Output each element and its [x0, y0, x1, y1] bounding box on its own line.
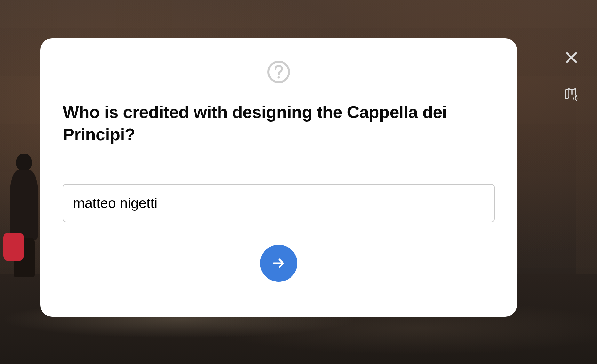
question-text: Who is credited with designing the Cappe… — [63, 101, 495, 146]
red-bag — [3, 233, 24, 261]
audio-guide-button[interactable] — [563, 86, 579, 102]
svg-point-0 — [278, 76, 280, 79]
close-button[interactable] — [563, 50, 579, 66]
map-audio-icon — [564, 87, 578, 101]
close-icon — [566, 52, 577, 63]
arrow-right-icon — [271, 256, 286, 271]
quiz-modal: Who is credited with designing the Cappe… — [40, 38, 517, 317]
answer-input[interactable] — [63, 184, 495, 222]
submit-button[interactable] — [260, 245, 297, 282]
question-mark-icon — [267, 61, 290, 83]
